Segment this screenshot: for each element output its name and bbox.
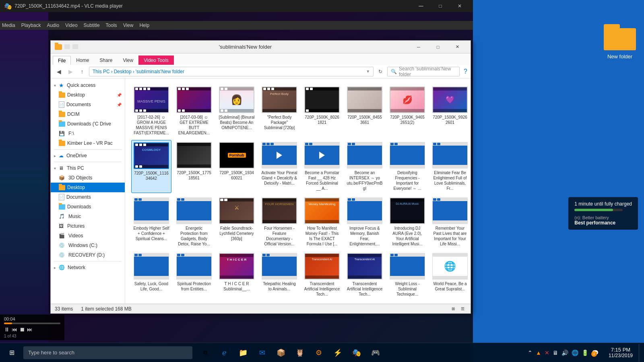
refresh-btn[interactable]: ↻ <box>376 67 385 76</box>
explorer-window-controls[interactable]: ─ □ ✕ <box>409 41 466 53</box>
tray-x-icon[interactable]: ✕ <box>545 350 549 356</box>
vlc-playback-buttons[interactable]: ⏸ ⏮ ⏹ ⏭ <box>4 326 60 333</box>
help-btn[interactable]: ? <box>464 68 467 75</box>
edge-icon[interactable]: ℯ <box>215 344 233 362</box>
tray-chevron[interactable]: ⌃ <box>528 350 533 356</box>
explorer-minimize-btn[interactable]: ─ <box>409 41 428 53</box>
nav-quick-access[interactable]: ▾ ★ Quick access <box>51 80 125 90</box>
start-button[interactable]: ⊞ <box>2 343 21 362</box>
nav-desktop[interactable]: Desktop 📌 <box>51 90 125 100</box>
nav-thispc[interactable]: ▾ 🖥 This PC <box>51 163 125 173</box>
nav-desktop-thispc[interactable]: Desktop <box>51 183 125 192</box>
nav-dcim[interactable]: DCIM <box>51 109 125 119</box>
nav-c-drive[interactable]: 💿 Windows (C:) <box>51 241 125 250</box>
tab-video-tools[interactable]: Video Tools <box>138 56 174 65</box>
amazon-icon[interactable]: 📦 <box>272 344 290 362</box>
file-item[interactable]: DJ AURA AI Music Introducing DJ AURA (Ev… <box>387 195 427 249</box>
file-item[interactable]: Transcendent AI Transcendent Artificial … <box>345 251 385 299</box>
vlc-taskbar-icon[interactable]: 🎭 <box>348 344 365 362</box>
path-chevron[interactable]: ▼ <box>366 69 370 74</box>
file-item[interactable]: Telepathic Healing to Animals... <box>259 251 299 299</box>
app9-icon[interactable]: 🎮 <box>367 344 384 362</box>
large-icons-view-btn[interactable]: ⊞ <box>449 305 457 313</box>
nav-onedrive[interactable]: ▸ ☁ OneDrive <box>51 151 125 160</box>
path-folder[interactable]: 'subliminals'New folder <box>136 69 184 74</box>
up-btn[interactable]: ↑ <box>77 67 87 76</box>
vlc-menu-help[interactable]: Help <box>139 23 149 28</box>
file-item[interactable]: 💜 720P_1500K_99262601 <box>430 84 470 138</box>
vlc-next-btn[interactable]: ⏭ <box>27 326 33 333</box>
vlc-window-controls[interactable]: ─ □ ✕ <box>412 0 469 12</box>
view-controls[interactable]: ⊞ ☰ <box>449 305 466 313</box>
vlc-pause-btn[interactable]: ⏸ <box>4 326 10 333</box>
vlc-menu-view[interactable]: View <box>123 23 134 28</box>
file-item[interactable]: Perfect Body "Perfect Body Package" Subl… <box>259 84 299 138</box>
tray-speaker-icon[interactable]: 🔊 <box>561 350 568 356</box>
show-desktop-btn[interactable] <box>639 344 642 362</box>
tripadvisor-icon[interactable]: 🦉 <box>291 344 309 362</box>
mail-icon[interactable]: ✉ <box>253 344 271 362</box>
tray-battery-icon[interactable]: 🔋 <box>582 350 588 356</box>
app7-icon[interactable]: ⚡ <box>329 344 347 362</box>
nav-pictures[interactable]: 🖼 Pictures <box>51 221 125 231</box>
file-item[interactable]: 🌐 World Peace, Be a Great Supralist... <box>430 251 470 299</box>
nav-network[interactable]: ▸ 🌐 Network <box>51 263 125 272</box>
vlc-progress-bar[interactable] <box>4 323 60 324</box>
nav-downloads-thispc[interactable]: Downloads <box>51 202 125 212</box>
task-view-btn[interactable]: ⧉ <box>196 344 214 362</box>
vlc-maximize-btn[interactable]: □ <box>431 0 450 12</box>
explorer-close-btn[interactable]: ✕ <box>448 41 466 53</box>
file-item[interactable]: Weight Loss - Subliminal Technique... <box>387 251 427 299</box>
file-item[interactable]: MASSIVE PENIS [2017-02-26] ☺ GROW A HUGE… <box>131 84 171 138</box>
file-item[interactable]: Money Manifesting How To Manifest Money … <box>302 195 342 249</box>
taskbar-search[interactable]: Type here to search <box>23 346 192 359</box>
file-item[interactable]: Improve Focus & Memory, Banish Fear, Enl… <box>345 195 385 249</box>
file-item[interactable]: Detoxifying Frequencies - Important for … <box>387 140 427 193</box>
vlc-menu-video[interactable]: Video <box>65 23 77 28</box>
file-item[interactable]: Become a Pornstar Fast __ 428 Hz Forced … <box>302 140 342 193</box>
tray-network-icon[interactable]: 🌐 <box>572 350 578 356</box>
file-item-selected[interactable]: COSMLOGY 720P_1500K_111634642 <box>131 140 171 193</box>
file-item[interactable]: ⚔ Fable Soundtrack- Lychfield Cemetery [… <box>217 195 257 249</box>
file-item[interactable]: Energetic Protection from Gadgets, Body … <box>174 195 214 249</box>
app6-icon[interactable]: ⚙ <box>310 344 328 362</box>
forward-btn[interactable]: ▶ <box>66 67 75 76</box>
vlc-menu-media[interactable]: Media <box>2 23 15 28</box>
file-item[interactable]: Become an INTERSEX ～ yo utu.be/FFY0wcPmB… <box>345 140 385 193</box>
vlc-minimize-btn[interactable]: ─ <box>412 0 430 12</box>
vlc-close-btn[interactable]: ✕ <box>450 0 469 12</box>
vlc-menu-tools[interactable]: Tools <box>106 23 117 28</box>
vlc-stop-btn[interactable]: ⏹ <box>19 326 25 333</box>
back-btn[interactable]: ◀ <box>54 67 64 76</box>
file-item[interactable]: 👩 [Subliminal] (Binural Beats) Become An… <box>217 84 257 138</box>
file-item[interactable]: Eliminate Fear Be Enlightened Full of Lo… <box>430 140 470 193</box>
nav-downloads[interactable]: Downloads ('C Drive <box>51 119 125 129</box>
vlc-menu-subtitle[interactable]: Subtitle <box>84 23 100 28</box>
nav-documents-thispc[interactable]: 📄 Documents <box>51 192 125 202</box>
tray-orange-icon[interactable]: ▲ <box>536 350 541 356</box>
vlc-menu-playback[interactable]: Playback <box>21 23 41 28</box>
file-item[interactable]: 720P_1500K_177518561 <box>174 140 214 193</box>
file-item[interactable]: 720P_1500K_80261821 <box>302 84 342 138</box>
file-item[interactable]: Activate Your Pineal Gland + Decalcify &… <box>259 140 299 193</box>
tab-share[interactable]: Share <box>94 56 118 65</box>
file-item[interactable]: 💋 720P_1500K_94652651(2) <box>387 84 427 138</box>
file-item[interactable]: T H I C C E R T H I C C E R Subliminal__… <box>217 251 257 299</box>
clock[interactable]: 7:15 PM 11/23/2019 <box>605 347 637 358</box>
nav-3dobjects[interactable]: 📦 3D Objects <box>51 173 125 183</box>
nav-d-drive[interactable]: 💿 RECOVERY (D:) <box>51 250 125 260</box>
nav-f-drive[interactable]: 💾 F:\ <box>51 129 125 138</box>
file-item[interactable]: Transcendent AI Transcendent Artificial … <box>302 251 342 299</box>
tray-monitor-icon[interactable]: 🖥 <box>553 350 558 356</box>
file-item[interactable]: Spiritual Protection from Entities... <box>174 251 214 299</box>
nav-videos[interactable]: 🎬 Videos <box>51 231 125 241</box>
path-desktop[interactable]: Desktop <box>114 69 132 74</box>
tray-notif-icon[interactable]: 💬 2 <box>592 350 599 356</box>
file-item[interactable]: Embody Higher Self + Confidence + Spirit… <box>131 195 171 249</box>
file-item[interactable]: FOUR HORSEMEN Four Horsemen - Feature Do… <box>259 195 299 249</box>
vlc-menu-audio[interactable]: Audio <box>47 23 59 28</box>
file-item[interactable]: Pornhub 720P_1500K_193460021 <box>217 140 257 193</box>
vlc-prev-btn[interactable]: ⏮ <box>12 326 17 333</box>
file-item[interactable]: Safety, Luck, Good Life, Good... <box>131 251 171 299</box>
explorer-maximize-btn[interactable]: □ <box>429 41 447 53</box>
